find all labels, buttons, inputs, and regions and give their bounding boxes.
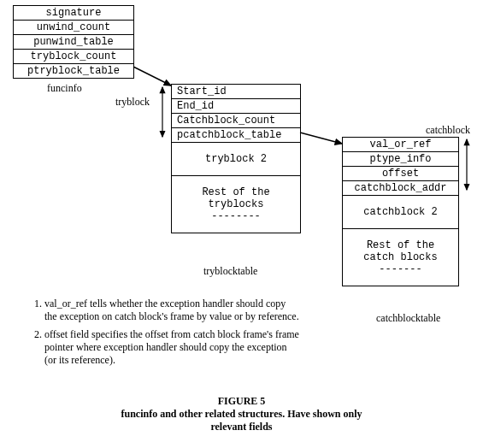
funcinfo-field: unwind_count	[14, 21, 133, 35]
funcinfo-field: ptryblock_table	[14, 64, 133, 78]
figure-caption: FIGURE 5 funcinfo and other related stru…	[0, 395, 483, 433]
tryblock-label: tryblock	[115, 96, 150, 109]
funcinfo-box: signature unwind_count punwind_table try…	[13, 5, 134, 79]
caption-sub: funcinfo and other related structures. H…	[114, 408, 370, 433]
arrow-tryblock-to-catchblock	[300, 133, 342, 144]
tryblocktable-label: tryblocktable	[203, 265, 257, 278]
note-item: offset field specifies the offset from c…	[44, 328, 299, 367]
catchblock-slot2: catchblock 2	[343, 196, 458, 229]
note-item: val_or_ref tells whether the exception h…	[44, 298, 299, 323]
arrow-funcinfo-to-tryblock	[133, 67, 171, 85]
catchblock-field: ptype_info	[343, 152, 458, 167]
catchblocktable-label: catchblocktable	[376, 312, 440, 325]
tryblock-field: Catchblock_count	[172, 114, 300, 128]
tryblock-box: Start_id End_id Catchblock_count pcatchb…	[171, 84, 301, 233]
notes: val_or_ref tells whether the exception h…	[26, 298, 299, 372]
tryblock-field: Start_id	[172, 85, 300, 99]
catchblock-rest: Rest of the catch blocks -------	[343, 229, 458, 286]
funcinfo-field: tryblock_count	[14, 50, 133, 64]
tryblock-slot2: tryblock 2	[172, 143, 300, 176]
funcinfo-field: signature	[14, 6, 133, 21]
catchblock-box: val_or_ref ptype_info offset catchblock_…	[342, 137, 459, 286]
tryblock-rest: Rest of the tryblocks --------	[172, 176, 300, 233]
catchblock-field: offset	[343, 167, 458, 181]
caption-title: FIGURE 5	[0, 395, 483, 408]
catchblock-field: val_or_ref	[343, 138, 458, 152]
tryblock-field: pcatchblock_table	[172, 128, 300, 143]
tryblock-field: End_id	[172, 99, 300, 114]
catchblock-label: catchblock	[426, 124, 470, 137]
funcinfo-label: funcinfo	[47, 82, 82, 95]
catchblock-field: catchblock_addr	[343, 181, 458, 196]
funcinfo-field: punwind_table	[14, 35, 133, 50]
